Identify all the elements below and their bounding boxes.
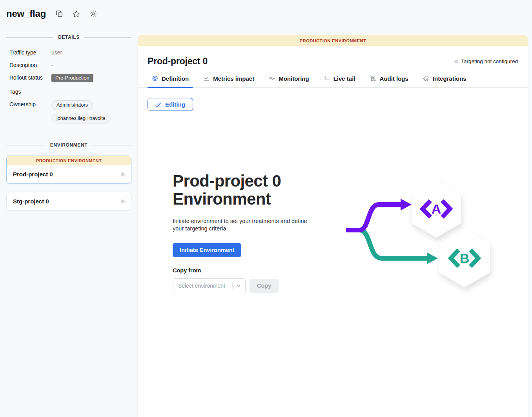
integrations-puzzle-icon (423, 75, 430, 82)
hero-content: Prod-project 0 Environment Initiate envi… (173, 172, 330, 296)
detail-value: - (51, 61, 53, 69)
tab-definition[interactable]: Definition (148, 75, 193, 88)
targeting-status-label: Targeting not configured (461, 58, 518, 64)
environment-heading-label: ENVIRONMENT (50, 142, 87, 148)
env-card-name: Prod-project 0 (13, 171, 53, 178)
detail-label: Traffic type (9, 49, 51, 56)
tab-integrations[interactable]: Integrations (419, 75, 470, 88)
audit-logs-document-icon (370, 75, 377, 82)
environment-select[interactable]: Select environment (173, 278, 246, 293)
live-tail-terminal-icon (323, 75, 330, 82)
variant-b-arrowhead (427, 252, 438, 264)
chevron-down-icon (235, 283, 242, 289)
editing-button[interactable]: Editing (148, 98, 193, 111)
detail-label: Rollout status (9, 74, 51, 82)
editing-row: Editing (138, 88, 528, 111)
detail-row-traffic-type: Traffic type user (9, 49, 131, 56)
detail-row-description: Description - (9, 61, 131, 69)
production-environment-banner: PRODUCTION ENVIRONMENT (138, 35, 528, 46)
select-divider (232, 282, 233, 289)
detail-label: Tags (9, 88, 51, 96)
environment-header: Prod-project 0 Targeting not configured (138, 46, 528, 67)
initiate-environment-button[interactable]: Initiate Environment (173, 243, 241, 257)
production-environment-banner: PRODUCTION ENVIRONMENT (7, 156, 131, 165)
definition-target-icon (151, 75, 159, 82)
sidebar: DETAILS Traffic type user Description - … (0, 27, 138, 211)
ab-split-svg: A B (342, 173, 499, 295)
targeting-status: Targeting not configured (454, 58, 518, 64)
details-rows: Traffic type user Description - Rollout … (6, 49, 131, 123)
copy-button[interactable]: Copy (250, 279, 279, 293)
environment-section-heading: ENVIRONMENT (6, 142, 131, 148)
tab-label: Monitoring (279, 75, 309, 82)
monitoring-pulse-icon (268, 75, 275, 82)
flag-name-title: new_flag (6, 8, 46, 19)
env-card-body: Prod-project 0 (7, 165, 131, 183)
details-section-heading: DETAILS (6, 34, 131, 40)
copy-icon[interactable] (55, 9, 64, 18)
main-panel: PRODUCTION ENVIRONMENT Prod-project 0 Ta… (138, 35, 528, 417)
environment-hero: Prod-project 0 Environment Initiate envi… (138, 172, 528, 296)
detail-row-ownership: Ownership Administrators johannes.liegl+… (9, 100, 131, 123)
ab-split-illustration: A B (342, 173, 499, 296)
env-status-dot (121, 199, 125, 203)
detail-label: Ownership (9, 100, 51, 108)
tab-label: Integrations (433, 75, 466, 82)
metrics-chart-icon (203, 75, 210, 82)
tab-label: Live tail (333, 75, 355, 82)
select-placeholder: Select environment (178, 283, 231, 289)
variant-b-path (360, 230, 427, 258)
star-icon[interactable] (71, 9, 81, 18)
env-card-prod-project-0[interactable]: PRODUCTION ENVIRONMENT Prod-project 0 (6, 156, 131, 184)
environment-title: Prod-project 0 (148, 56, 208, 67)
variant-b-letter: B (460, 251, 470, 266)
variant-a-arrowhead (401, 199, 412, 210)
env-card-name: Stg-project 0 (13, 198, 49, 205)
status-dot (454, 60, 458, 63)
editing-button-label: Editing (165, 101, 185, 108)
detail-row-tags: Tags - (9, 88, 131, 96)
gear-icon[interactable] (88, 9, 98, 18)
owner-pill: johannes.liegl+travolta (51, 114, 111, 123)
env-card-body: Stg-project 0 (7, 192, 131, 210)
tab-monitoring[interactable]: Monitoring (264, 75, 313, 88)
owner-pill: Administrators (51, 100, 93, 110)
copy-from-controls: Select environment Copy (173, 278, 330, 293)
tab-label: Audit logs (380, 75, 408, 82)
tab-label: Metrics impact (213, 75, 254, 82)
detail-value: - (51, 88, 53, 96)
tab-audit-logs[interactable]: Audit logs (366, 75, 412, 88)
tab-metrics-impact[interactable]: Metrics impact (199, 75, 258, 88)
tab-live-tail[interactable]: Live tail (319, 75, 359, 88)
detail-label: Description (9, 61, 51, 69)
copy-from-label: Copy from (173, 267, 330, 274)
detail-row-rollout-status: Rollout status Pre-Production (9, 74, 131, 82)
rollout-status-badge: Pre-Production (51, 74, 93, 82)
pencil-icon (155, 102, 162, 108)
environment-tabs: Definition Metrics impact Monitoring Liv… (138, 75, 528, 88)
details-heading-label: DETAILS (58, 34, 80, 40)
tab-label: Definition (162, 75, 189, 82)
ownership-pills: Administrators johannes.liegl+travolta (51, 100, 111, 123)
env-card-stg-project-0[interactable]: Stg-project 0 (6, 192, 131, 211)
app-header: new_flag (0, 0, 532, 27)
hero-description: Initiate environment to set your treatme… (173, 218, 318, 232)
variant-a-letter: A (432, 201, 441, 216)
flag-actions (55, 9, 98, 18)
hero-heading: Prod-project 0 Environment (173, 172, 306, 208)
detail-value: user (51, 49, 62, 56)
variant-a-path (346, 205, 401, 230)
env-status-dot (121, 172, 125, 176)
